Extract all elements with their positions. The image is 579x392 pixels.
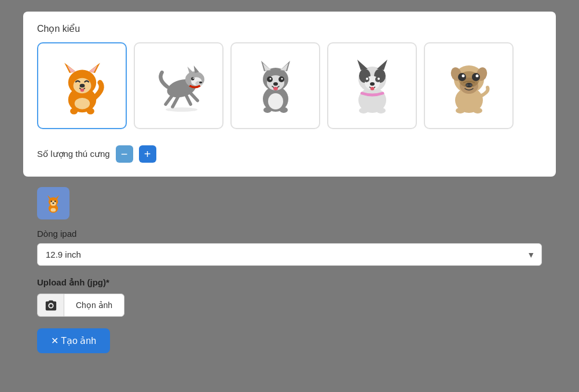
svg-point-11 <box>86 108 94 115</box>
quantity-row: Số lượng thú cưng − + <box>37 145 542 163</box>
svg-point-20 <box>199 82 202 84</box>
ipad-dropdown-wrapper: 12.9 inch 11 inch 10.9 inch 9.7 inch ▼ <box>37 243 542 266</box>
dog-option-husky-pup[interactable] <box>230 42 320 129</box>
svg-point-55 <box>359 108 368 113</box>
svg-point-39 <box>273 87 278 90</box>
svg-point-81 <box>49 304 53 307</box>
svg-point-27 <box>268 93 283 109</box>
camera-icon <box>45 299 57 312</box>
svg-point-54 <box>370 87 374 90</box>
choose-file-button[interactable]: Chọn ảnh <box>64 294 124 317</box>
svg-point-77 <box>51 201 53 203</box>
svg-point-41 <box>280 107 288 113</box>
svg-point-52 <box>378 78 380 80</box>
ipad-dropdown[interactable]: 12.9 inch 11 inch 10.9 inch 9.7 inch <box>37 243 542 266</box>
svg-point-10 <box>70 108 78 115</box>
dog-option-husky-sit[interactable] <box>327 42 417 129</box>
dog-option-wolf[interactable] <box>134 42 223 129</box>
svg-point-65 <box>461 75 464 78</box>
quantity-label: Số lượng thú cưng <box>37 149 110 159</box>
quantity-minus-button[interactable]: − <box>116 145 133 163</box>
create-image-button[interactable]: ✕ Tạo ảnh <box>37 328 110 353</box>
svg-marker-47 <box>357 60 368 70</box>
svg-marker-76 <box>56 195 59 199</box>
svg-point-80 <box>51 208 56 211</box>
svg-point-8 <box>80 89 84 92</box>
svg-point-79 <box>52 203 54 204</box>
dog-style-selector <box>37 42 542 135</box>
svg-point-40 <box>263 107 272 113</box>
selected-dog-thumbnail <box>37 187 69 219</box>
svg-line-23 <box>185 94 190 104</box>
svg-point-71 <box>473 108 482 113</box>
svg-point-7 <box>79 84 85 88</box>
svg-point-36 <box>269 78 271 80</box>
upload-label: Upload ảnh (jpg)* <box>37 277 542 288</box>
svg-point-63 <box>458 73 466 81</box>
svg-point-37 <box>281 78 283 80</box>
camera-button[interactable] <box>37 294 64 317</box>
svg-marker-16 <box>187 67 193 74</box>
svg-point-25 <box>166 108 197 112</box>
ipad-field-label: Dòng ipad <box>37 229 542 239</box>
svg-point-68 <box>466 85 468 86</box>
svg-marker-48 <box>377 60 387 70</box>
style-modal: Chọn kiểu <box>23 12 556 177</box>
upload-row: Chọn ảnh <box>37 294 542 317</box>
svg-point-56 <box>376 108 386 113</box>
svg-point-51 <box>366 78 368 80</box>
svg-point-18 <box>191 77 195 80</box>
svg-line-24 <box>189 92 197 101</box>
form-section: Dòng ipad 12.9 inch 11 inch 10.9 inch 9.… <box>23 177 556 367</box>
svg-point-64 <box>472 73 480 81</box>
svg-point-53 <box>370 82 375 86</box>
svg-point-66 <box>475 75 478 78</box>
svg-point-38 <box>273 82 278 86</box>
svg-point-70 <box>456 108 465 113</box>
dog-option-shiba[interactable] <box>37 42 127 129</box>
svg-point-78 <box>54 201 56 203</box>
svg-point-9 <box>74 98 89 109</box>
dog-option-pug[interactable] <box>424 42 514 129</box>
svg-marker-75 <box>47 195 51 199</box>
svg-point-69 <box>469 85 472 86</box>
modal-title: Chọn kiểu <box>37 23 542 34</box>
svg-point-19 <box>192 78 193 79</box>
quantity-plus-button[interactable]: + <box>139 145 156 163</box>
